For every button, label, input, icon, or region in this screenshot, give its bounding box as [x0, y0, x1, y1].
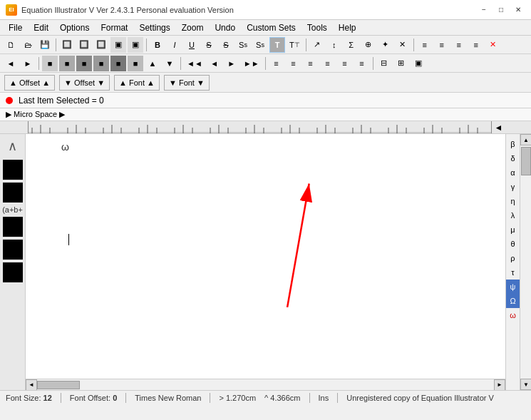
right-scrollbar[interactable]: ▲ ▼	[520, 134, 531, 390]
tb2-21[interactable]: ▣	[411, 56, 426, 71]
tb2-12[interactable]: ►►	[241, 56, 262, 71]
tb2-20[interactable]: ⊞	[393, 56, 409, 71]
tb-updown[interactable]: ↕	[326, 37, 342, 53]
tb2-17[interactable]: ≡	[337, 56, 353, 71]
tb-cross[interactable]: ✕	[395, 37, 411, 53]
tb2-15[interactable]: ≡	[303, 56, 319, 71]
tb-align3[interactable]: ≡	[451, 37, 467, 53]
tb2-6[interactable]: ■	[128, 56, 143, 71]
title-bar: EI Equation Illustrator V Ver 2.4.3.1 Pe…	[0, 0, 531, 20]
tb2-18[interactable]: ≡	[354, 56, 370, 71]
menu-zoom[interactable]: Zoom	[176, 21, 210, 34]
menu-format[interactable]: Format	[95, 21, 133, 34]
greek-lambda[interactable]: λ	[506, 208, 520, 222]
menu-settings[interactable]: Settings	[133, 21, 175, 34]
greek-theta[interactable]: θ	[506, 237, 520, 251]
tb-img1[interactable]: ▣	[110, 37, 126, 53]
close-button[interactable]: ✕	[511, 4, 525, 16]
scroll-h-track[interactable]	[37, 379, 494, 390]
tb2-13[interactable]: ≡	[269, 56, 284, 71]
greek-tau[interactable]: τ	[506, 265, 520, 280]
menu-options[interactable]: Options	[54, 21, 95, 34]
tb-sum[interactable]: Σ	[344, 37, 359, 53]
tb-italic[interactable]: I	[167, 37, 182, 53]
tb-img2[interactable]: ▣	[128, 37, 143, 53]
tb-align2[interactable]: ≡	[434, 37, 450, 53]
menu-help[interactable]: Help	[333, 21, 362, 34]
tb-colorx[interactable]: ✕	[485, 37, 501, 53]
scroll-h-thumb[interactable]	[37, 381, 80, 389]
tb-save[interactable]: 💾	[37, 37, 53, 53]
left-sym-1[interactable]	[3, 160, 23, 180]
menu-undo[interactable]: Undo	[209, 21, 241, 34]
left-sym-5[interactable]	[3, 262, 23, 282]
tb2-19[interactable]: ⊟	[376, 56, 392, 71]
tb-new[interactable]: 🗋	[3, 37, 19, 53]
tb2-left[interactable]: ◄	[3, 56, 19, 71]
tb-transpose[interactable]: T⊤	[287, 37, 303, 53]
scroll-up-btn[interactable]: ▲	[520, 134, 531, 145]
tb-cut[interactable]: 🔲	[59, 37, 75, 53]
tb-open[interactable]: 🗁	[20, 37, 36, 53]
tb-int[interactable]: ⊕	[361, 37, 376, 53]
tb2-4[interactable]: ■	[93, 56, 109, 71]
offset-up-btn[interactable]: ▲ Offset ▲	[4, 75, 55, 91]
greek-mu[interactable]: μ	[506, 222, 520, 237]
scroll-left-btn[interactable]: ◄	[26, 379, 37, 391]
tb-underline[interactable]: U	[184, 37, 200, 53]
tb2-3[interactable]: ■	[76, 56, 92, 71]
font-up-btn[interactable]: ▲ Font ▲	[114, 75, 160, 91]
tb-bold[interactable]: B	[150, 37, 165, 53]
tb2-8[interactable]: ▼	[162, 56, 177, 71]
left-sym-4[interactable]	[3, 240, 23, 260]
offset-toolbar: ▲ Offset ▲ ▼ Offset ▼ ▲ Font ▲ ▼ Font ▼	[0, 73, 531, 93]
sep8	[373, 57, 373, 70]
tb-copy[interactable]: 🔲	[76, 37, 92, 53]
scroll-right-btn[interactable]: ►	[494, 379, 505, 391]
canvas-area[interactable]: ω	[26, 134, 505, 379]
menu-file[interactable]: File	[3, 21, 28, 34]
greek-omega[interactable]: ω	[506, 308, 520, 322]
tb2-5[interactable]: ■	[110, 56, 126, 71]
tb2-1[interactable]: ■	[42, 56, 58, 71]
tb2-11[interactable]: ►	[224, 56, 239, 71]
tb2-9[interactable]: ◄◄	[184, 56, 205, 71]
font-down-btn[interactable]: ▼ Font ▼	[164, 75, 210, 91]
tb-strike2[interactable]: S	[218, 37, 234, 53]
left-sym-3[interactable]	[3, 217, 23, 237]
tb-strike[interactable]: S	[201, 37, 217, 53]
tb2-right[interactable]: ►	[20, 56, 36, 71]
tb-subscript[interactable]: Ss	[235, 37, 251, 53]
bottom-scrollbar[interactable]: ◄ ►	[26, 379, 505, 390]
greek-eta[interactable]: η	[506, 194, 520, 208]
tb-align1[interactable]: ≡	[417, 37, 433, 53]
menu-custom-sets[interactable]: Custom Sets	[241, 21, 301, 34]
tb-star[interactable]: ✦	[378, 37, 393, 53]
greek-omega-cap[interactable]: Ω	[506, 294, 520, 308]
menu-tools[interactable]: Tools	[301, 21, 333, 34]
greek-gamma[interactable]: γ	[506, 180, 520, 194]
greek-beta[interactable]: β	[506, 137, 520, 151]
maximize-button[interactable]: □	[494, 4, 508, 16]
tb-text-t[interactable]: T	[269, 37, 285, 53]
scroll-down-btn[interactable]: ▼	[520, 379, 531, 390]
left-sym-2[interactable]	[3, 183, 23, 203]
scroll-thumb[interactable]	[521, 147, 531, 175]
tb-superscript[interactable]: Ss	[252, 37, 268, 53]
tb-align4[interactable]: ≡	[468, 37, 484, 53]
tb-arrow[interactable]: ↗	[309, 37, 325, 53]
greek-rho[interactable]: ρ	[506, 251, 520, 265]
offset-down-btn[interactable]: ▼ Offset ▼	[59, 75, 110, 91]
tb2-7[interactable]: ▲	[145, 56, 160, 71]
greek-psi[interactable]: ψ	[506, 280, 520, 294]
tb2-14[interactable]: ≡	[286, 56, 301, 71]
greek-alpha[interactable]: α	[506, 165, 520, 180]
minimize-button[interactable]: −	[477, 4, 491, 16]
menu-edit[interactable]: Edit	[28, 21, 54, 34]
greek-delta[interactable]: δ	[506, 151, 520, 165]
tb2-16[interactable]: ≡	[320, 56, 336, 71]
scroll-track[interactable]	[520, 145, 531, 379]
tb-paste[interactable]: 🔲	[93, 37, 109, 53]
tb2-2[interactable]: ■	[59, 56, 75, 71]
tb2-10[interactable]: ◄	[207, 56, 222, 71]
